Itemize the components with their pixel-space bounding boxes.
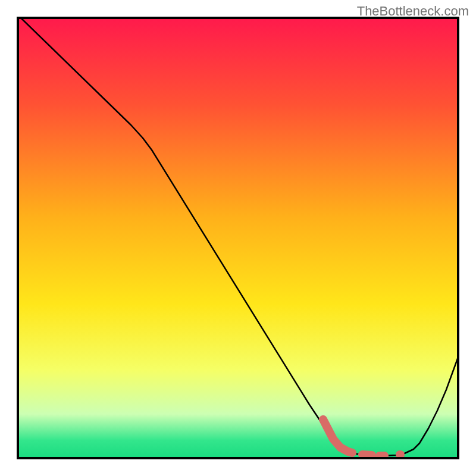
chart-svg (0, 0, 476, 476)
series-recommended-zone-seg-1 (362, 455, 372, 455)
gradient-background (18, 18, 458, 458)
watermark-text: TheBottleneck.com (357, 4, 469, 19)
chart-container: TheBottleneck.com (0, 0, 476, 476)
